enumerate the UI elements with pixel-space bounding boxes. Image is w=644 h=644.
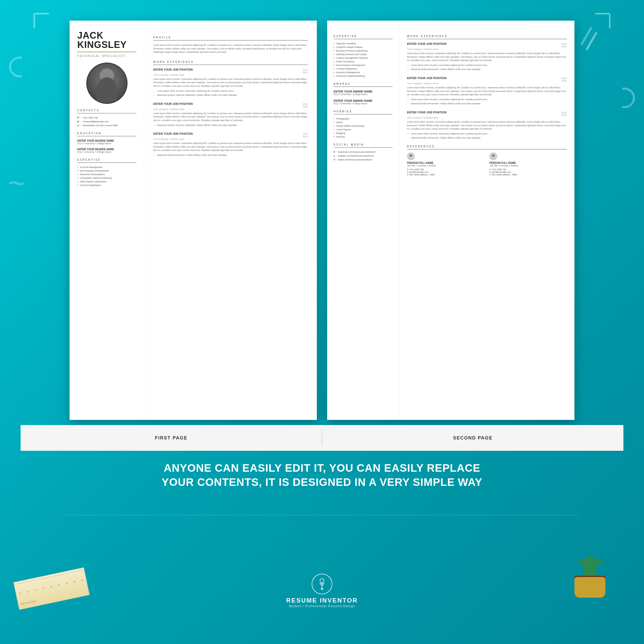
contact-email-label: E :	[77, 120, 81, 123]
social-list: F :facebook.com/in/yourusernamehsre/L :l…	[334, 151, 393, 161]
edu-name-2: ENTER YOUR DEGREE NAME	[77, 148, 136, 151]
job-entry: ENTER YOUR JOB POSITION20102014Your comp…	[153, 68, 308, 97]
hobby-item: Dancing	[334, 135, 393, 138]
ref-title: Job Title / Company / Institute	[489, 164, 567, 167]
svg-rect-5	[321, 585, 323, 586]
hobby-item: Social Hobbies (Mentoring)	[334, 125, 393, 127]
work-exp-header-p2: WORK EXPERIENCE	[407, 35, 567, 39]
job-bullet: Lorem ipsum dolor sit amet, consectetur …	[407, 132, 567, 136]
expertise-header-p1: EXPERTISE	[77, 158, 136, 163]
expertise-item: Content Management Systems	[334, 57, 393, 59]
social-media-header: SOCIAL MEDIA	[334, 143, 393, 148]
contact-phone-value: +012 3456 789	[82, 116, 98, 119]
cactus-decoration	[567, 551, 613, 598]
contact-address: A : Street/state City with country 0685	[77, 124, 136, 127]
hobby-item: Photography	[334, 117, 393, 120]
ref-email: E user@example.com	[489, 171, 567, 173]
ref-address: A Your street address - 0590	[407, 173, 484, 176]
reference-card: PERSON FULL NAME Job Title / Company / I…	[489, 152, 567, 176]
expertise-item: Contract Negotiation	[77, 184, 136, 187]
svg-rect-4	[320, 584, 324, 585]
edu-sub-2: 2012 / University / College Name	[77, 151, 136, 153]
expertise-item: New Business Development	[77, 170, 136, 172]
expertise-item: Account Management	[77, 166, 136, 168]
expertise-item: Financial Analysis/Modeling	[334, 75, 393, 77]
social-value: twitter.com/in/yourusernamehsre/	[338, 158, 372, 161]
svg-point-0	[410, 155, 412, 157]
hobby-item: Blogging	[334, 132, 393, 134]
job-company: Your company / Institute name	[153, 138, 308, 140]
expertise-item: Order Processing	[334, 60, 393, 63]
job-bullet: Maecenas finibus fermentum. Nullam effic…	[407, 102, 567, 106]
brand-tagline: Modern / Professional Resume Design	[289, 604, 355, 608]
bottom-line-1: ANYONE CAN EASILY EDIT IT, YOU CAN EASIL…	[26, 461, 618, 475]
ref-name: PERSON FULL NAME	[407, 162, 484, 164]
job-position: ENTER YOUR JOB POSITION	[407, 42, 446, 45]
expertise-item: Defining Solutions and Scope	[334, 53, 393, 56]
jobs-list-p1: ENTER YOUR JOB POSITION20102014Your comp…	[153, 68, 308, 157]
social-item: F :facebook.com/in/yourusernamehsre/	[334, 151, 393, 153]
award-entry: ENTER YOUR AWARD NAME2012 / University /…	[334, 90, 393, 96]
job-company: Your company / Institute name	[153, 74, 308, 76]
job-desc: Lorem ipsum dolor sit amet, consectetur …	[153, 142, 308, 152]
labels-row: FIRST PAGE SECOND PAGE	[21, 425, 623, 451]
social-label: L :	[334, 155, 337, 157]
first-page-label: FIRST PAGE	[21, 435, 322, 441]
profile-header: PROFILE	[153, 36, 308, 40]
job-position: ENTER YOUR JOB POSITION	[153, 68, 193, 71]
ref-icon	[407, 152, 415, 160]
job-desc: Lorem ipsum dolor sit amet, consectetur …	[407, 86, 567, 97]
job-bullet: Maecenas finibus fermentum. Nullam effic…	[153, 154, 308, 157]
contacts-header: CONTACTS	[77, 109, 136, 113]
second-page-resume: EXPERTISE Objection HandlingCustomer Nee…	[327, 21, 574, 420]
svg-point-1	[492, 155, 494, 157]
work-exp-header-p1: WORK EXPERIENCE	[153, 61, 308, 65]
hobby-item: Action Figures	[334, 128, 393, 131]
expertise-list-p1: Account ManagementNew Business Developme…	[77, 166, 136, 187]
last-name: KINGSLEY	[77, 40, 136, 49]
job-year: 20102014	[303, 103, 308, 108]
expertise-item: Customer Needs Analysis	[334, 46, 393, 48]
bottom-separator	[64, 515, 580, 515]
expertise-item: Inventory Management	[334, 71, 393, 74]
ref-email: E user@example.com	[407, 171, 484, 173]
svg-point-2	[320, 579, 324, 583]
job-bullet: Maecenas pretium maximus sollicitudin. N…	[153, 94, 308, 97]
name-section: JACK KINGSLEY TECHNICAL SPECIALIST	[77, 31, 136, 57]
job-company: Your company / Institute name	[407, 82, 567, 85]
job-title: TECHNICAL SPECIALIST	[77, 54, 136, 57]
social-item: L :linkedin.com/in/yourusernamehsre/	[334, 155, 393, 157]
cactus-body	[583, 556, 596, 577]
award-entry: ENTER YOUR AWARD NAME2012 / University /…	[334, 99, 393, 105]
education-header: EDUCATION	[77, 132, 136, 136]
contact-email-value: Youremail@example.com	[82, 120, 109, 123]
job-company: Your company / Institute name	[153, 108, 308, 111]
job-year: 20102014	[562, 111, 567, 116]
job-position: ENTER YOUR JOB POSITION	[407, 111, 446, 114]
brand-name: RESUME INVENTOR	[286, 597, 358, 604]
edu-item-2: ENTER YOUR DEGREE NAME 2012 / University…	[77, 148, 136, 153]
social-label: T :	[334, 158, 337, 161]
job-bullet: Maecenas finibus fermentum. Nullam effic…	[407, 136, 567, 140]
first-name: JACK	[77, 31, 136, 40]
ref-phone: P +012 3456 789	[407, 168, 484, 171]
pages-row: JACK KINGSLEY TECHNICAL SPECIALIST CONTA…	[21, 21, 623, 420]
award-sub: 2012 / University / College Name	[334, 102, 393, 105]
page2-right-column: WORK EXPERIENCE ENTER YOUR JOB POSITION2…	[399, 21, 574, 420]
expertise-item: Business Process engineering	[334, 49, 393, 52]
contact-phone: P : +012 3456 789	[77, 116, 136, 119]
job-entry: ENTER YOUR JOB POSITION20102014Your comp…	[407, 77, 567, 106]
expertise-item: Contract Negotiation	[334, 67, 393, 70]
social-value: linkedin.com/in/yourusernamehsre/	[338, 155, 374, 157]
edu-name-1: ENTER YOUR DEGREE NAME	[77, 139, 136, 142]
job-bullet: Maecenas pretium maximus sollicitudin. N…	[153, 124, 308, 127]
title-bar	[77, 52, 136, 52]
contact-email: E : Youremail@example.com	[77, 120, 136, 123]
job-company: Your company / Institute name	[407, 116, 567, 119]
awards-header: AWARDS	[334, 82, 393, 87]
jobs-list-p2: ENTER YOUR JOB POSITION20102014Your comp…	[407, 42, 567, 140]
contact-address-label: A :	[77, 124, 81, 127]
expertise-item: Client Needs Assessment	[77, 180, 136, 183]
job-position: ENTER YOUR JOB POSITION	[407, 77, 446, 80]
awards-list: ENTER YOUR AWARD NAME2012 / University /…	[334, 90, 393, 105]
